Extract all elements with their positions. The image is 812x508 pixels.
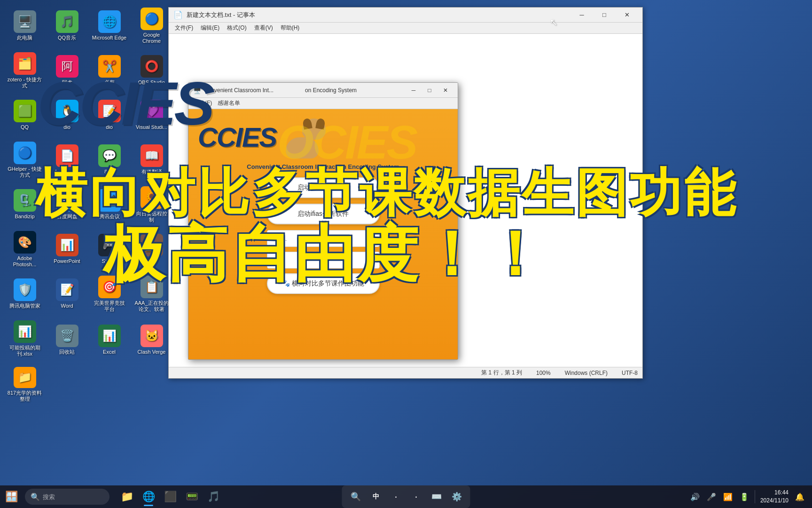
icon-acrobat[interactable]: 📄 Ado Acro... xyxy=(47,139,87,181)
icon-tencent-meeting[interactable]: 📹 腾讯会议 xyxy=(89,183,129,226)
ccies-logo-area: CCIES xyxy=(198,116,448,159)
icon-sunlogin[interactable]: 🌻 向日葵远程控制 xyxy=(132,183,172,226)
icon-fang[interactable]: 📐 方... xyxy=(132,228,172,270)
notepad-statusbar: 第 1 行，第 1 列 100% Windows (CRLF) UTF-8 xyxy=(169,367,642,378)
icon-guangxue[interactable]: 📁 817光学的资料整理 xyxy=(5,365,45,405)
notepad-titlebar[interactable]: 📄 新建文本文档.txt - 记事本 ─ □ ✕ xyxy=(169,8,642,23)
ccies-menu-thanks[interactable]: 感谢名单 xyxy=(215,98,243,108)
icon-clash[interactable]: 🐱 Clash Verge xyxy=(132,320,172,360)
icon-obs[interactable]: ⭕ OBS Studio xyxy=(132,49,172,92)
notepad-close-btn[interactable]: ✕ xyxy=(616,8,638,23)
icon-baidu[interactable]: ☁️ 百度网盘 xyxy=(47,183,87,226)
icon-word[interactable]: 📝 Word xyxy=(47,273,87,315)
ccies-menubar: 文件(F) 感谢名单 xyxy=(188,98,458,109)
ccies-minimize-btn[interactable]: ─ xyxy=(406,85,421,96)
icon-aiqing[interactable]: 阿 阿尤 xyxy=(47,49,87,92)
taskbar-app-terminal[interactable]: 📟 xyxy=(181,486,202,507)
taskbar-icon-mic[interactable]: 🎤 xyxy=(704,485,719,508)
notepad-menu-help[interactable]: 帮助(H) xyxy=(277,23,304,33)
ccies-window: 🖥️ Convenient Classroom Int... on Encodi… xyxy=(188,82,458,360)
start-button[interactable]: 🪟 xyxy=(0,485,23,508)
taskbar-date: 2024/11/10 xyxy=(760,497,789,505)
icon-aaa-paper[interactable]: 📋 AAA_正在投的论文、软著 xyxy=(132,273,172,315)
icon-recycle[interactable]: 🗑️ 回收站 xyxy=(47,320,87,360)
notepad-menubar: 文件(F) 编辑(E) 格式(O) 查看(V) 帮助(H) xyxy=(169,23,642,34)
taskbar-divider xyxy=(755,490,755,503)
taskbar-app-music[interactable]: 🎵 xyxy=(203,486,224,507)
icon-qq[interactable]: 🐧 dio xyxy=(47,94,87,136)
corgi-ear-right xyxy=(315,118,326,130)
icon-adobe-ps[interactable]: 🎨 Adobe Photosh... xyxy=(5,228,45,270)
notepad-window-controls: ─ □ ✕ xyxy=(571,8,638,23)
taskbar-icon-wifi[interactable]: 📶 xyxy=(720,485,735,508)
taskbar-center-chinese[interactable]: 中 xyxy=(367,488,385,506)
launch-ifias-analysis-btn[interactable]: 启动ifias分析软件 xyxy=(267,204,380,224)
taskbar-app-file-explorer[interactable]: 📁 xyxy=(117,486,137,507)
icon-my-computer[interactable]: 🖥️ 此电脑 xyxy=(5,5,45,47)
taskbar-center-keyboard[interactable]: ⌨️ xyxy=(428,488,445,506)
notepad-menu-file[interactable]: 文件(F) xyxy=(171,23,197,33)
notepad-encoding: UTF-8 xyxy=(622,370,638,376)
ccies-maximize-btn[interactable]: □ xyxy=(422,85,437,96)
ccies-body: CCIES Convenient Classroom Interaction E… xyxy=(188,109,458,359)
taskbar-notification-btn[interactable]: 🔔 xyxy=(792,485,807,508)
search-input[interactable] xyxy=(43,493,104,500)
icon-google-chrome[interactable]: 🔵 Google Chrome xyxy=(132,5,172,47)
notepad-maximize-btn[interactable]: □ xyxy=(593,8,615,23)
ccies-input-row1[interactable]: ifias... xyxy=(267,230,380,247)
notepad-minimize-btn[interactable]: ─ xyxy=(571,8,593,23)
notepad-icon: 📄 xyxy=(173,10,183,19)
ccies-window-title2: on Encoding System xyxy=(305,87,406,94)
icon-ghelper[interactable]: 🔵 GHelper - 快捷方式 xyxy=(5,139,45,181)
icon-tencent-pc[interactable]: 🛡️ 腾讯电脑管家 xyxy=(5,273,45,315)
ccies-compare-btn[interactable]: 🐾 横向对比多节课作图功能 xyxy=(267,273,380,294)
icon-zotero[interactable]: 🗂️ zotero - 快捷方式 xyxy=(5,49,45,92)
taskbar-center-dot2[interactable]: · xyxy=(407,488,425,506)
ccies-close-btn[interactable]: ✕ xyxy=(438,85,453,96)
taskbar-clock[interactable]: 16:44 2024/11/10 xyxy=(758,485,791,508)
icon-dio[interactable]: 📝 dio xyxy=(89,94,129,136)
notepad-menu-format[interactable]: 格式(O) xyxy=(223,23,250,33)
taskbar-right-panel: 🔊 🎤 📶 🔋 16:44 2024/11/10 🔔 xyxy=(687,485,812,508)
ccies-input-row2[interactable]: as... xyxy=(267,252,380,269)
taskbar-icon-battery[interactable]: 🔋 xyxy=(737,485,752,508)
taskbar: 🪟 🔍 📁 🌐 ⬛ 📟 🎵 🔍 中 · · ⌨️ ⚙️ 🔊 🎤 📶 🔋 16:4… xyxy=(0,485,812,508)
ccies-window-controls: ─ □ ✕ xyxy=(406,85,453,96)
launch-ifias-coding-btn[interactable]: 启动ifias编码软件 xyxy=(267,177,380,198)
taskbar-app-edge[interactable]: 🌐 xyxy=(138,486,159,507)
icon-bandizip[interactable]: 🗜️ Bandizip xyxy=(5,183,45,226)
notepad-position: 第 1 行，第 1 列 xyxy=(481,369,522,377)
corgi-ear-left xyxy=(302,118,312,130)
icon-wanjie[interactable]: 🎯 完美世界竞技平台 xyxy=(89,273,129,315)
notepad-zoom: 100% xyxy=(536,370,551,376)
icon-visual-studio[interactable]: 💜 Visual Studi... xyxy=(132,94,172,136)
ccies-menu-file[interactable]: 文件(F) xyxy=(191,98,215,108)
icon-wechat[interactable]: 💬 微信 xyxy=(89,139,129,181)
icon-qq-music[interactable]: 🎵 QQ音乐 xyxy=(47,5,87,47)
notepad-menu-view[interactable]: 查看(V) xyxy=(250,23,277,33)
icon-excel[interactable]: 📊 Excel xyxy=(89,320,129,360)
taskbar-app-taskmgr[interactable]: ⬛ xyxy=(160,486,180,507)
icon-bijian[interactable]: ✂️ 必剪 xyxy=(89,49,129,92)
ccies-window-icon: 🖥️ xyxy=(193,87,201,94)
taskbar-center-settings[interactable]: ⚙️ xyxy=(448,488,466,506)
icon-geforce[interactable]: 🟩 QQ xyxy=(5,94,45,136)
ccies-titlebar[interactable]: 🖥️ Convenient Classroom Int... on Encodi… xyxy=(188,83,458,98)
icon-ms-edge[interactable]: 🌐 Microsoft Edge xyxy=(89,5,129,47)
icon-powerpoint[interactable]: 📊 PowerPoint xyxy=(47,228,87,270)
taskbar-center-dot1[interactable]: · xyxy=(387,488,405,506)
search-icon: 🔍 xyxy=(31,492,40,501)
corgi-body xyxy=(286,137,319,159)
icon-youdao[interactable]: 📖 有道翻译 xyxy=(132,139,172,181)
notepad-menu-edit[interactable]: 编辑(E) xyxy=(197,23,223,33)
icon-xlsx[interactable]: 📊 可能投稿的期刊.xlsx xyxy=(5,318,45,360)
ccies-subtitle: Convenient Classroom Interaction Encodin… xyxy=(247,163,399,170)
taskbar-time: 16:44 xyxy=(774,489,789,497)
taskbar-search[interactable]: 🔍 xyxy=(25,489,109,505)
icon-steam[interactable]: 🎮 Steam xyxy=(89,228,129,270)
ccies-corgi-mascot xyxy=(276,116,328,159)
ccies-window-title1: Convenient Classroom Int... xyxy=(204,87,305,94)
taskbar-icon-volume[interactable]: 🔊 xyxy=(687,485,703,508)
desktop-icon-grid: 🖥️ 此电脑 🎵 QQ音乐 🌐 Microsoft Edge 🔵 Google … xyxy=(5,5,172,405)
taskbar-center-search[interactable]: 🔍 xyxy=(347,488,365,506)
